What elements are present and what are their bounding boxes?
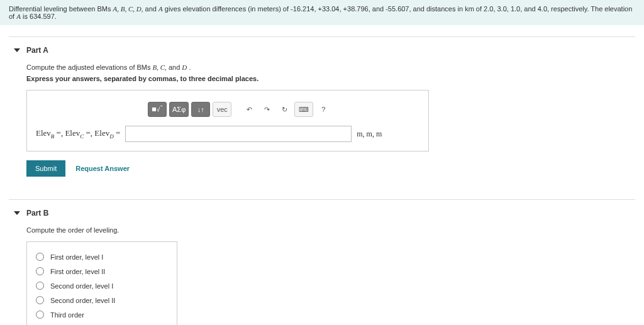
- radio-input[interactable]: [36, 267, 44, 275]
- arrows-button[interactable]: ↓↑: [191, 102, 210, 117]
- greek-button[interactable]: ΑΣφ: [169, 102, 189, 117]
- radio-label: First order, level II: [50, 268, 105, 275]
- radio-option[interactable]: Third order: [36, 307, 168, 322]
- answer-input-a[interactable]: [125, 126, 352, 142]
- problem-suffix: is 634.597.: [23, 13, 57, 20]
- answer-label: ElevB =, ElevC =, ElevD =: [36, 128, 120, 140]
- part-b-title: Part B: [26, 209, 48, 218]
- radio-input[interactable]: [36, 253, 44, 261]
- part-a-instruction-1: Compute the adjusted elevations of BMs B…: [26, 63, 635, 71]
- radio-input[interactable]: [36, 282, 44, 290]
- radio-box-b: First order, level I First order, level …: [26, 241, 177, 325]
- problem-statement: Differential leveling between BMs A, B, …: [0, 0, 644, 25]
- radio-label: Second order, level II: [50, 297, 115, 304]
- answer-box-a: √ ΑΣφ ↓↑ vec ↶ ↷ ↻ ⌨ ? ElevB =, ElevC =,…: [26, 90, 429, 151]
- radio-option[interactable]: Second order, level I: [36, 278, 168, 293]
- part-b-header[interactable]: Part B: [14, 209, 635, 218]
- collapse-icon: [14, 211, 20, 215]
- part-a-header[interactable]: Part A: [14, 46, 635, 55]
- radio-option[interactable]: First order, level I: [36, 250, 168, 264]
- problem-bm-ref: A: [16, 13, 21, 20]
- undo-button[interactable]: ↶: [242, 102, 257, 117]
- problem-bms: A, B, C, D,: [113, 5, 143, 13]
- radio-input[interactable]: [36, 311, 44, 319]
- radio-input[interactable]: [36, 296, 44, 304]
- help-button[interactable]: ?: [316, 102, 331, 117]
- radio-label: Third order: [50, 311, 84, 319]
- keyboard-icon: ⌨: [299, 106, 309, 114]
- radio-option[interactable]: First order, level II: [36, 264, 168, 278]
- template-icon: √: [152, 106, 162, 113]
- part-b: Part B Compute the order of leveling. Fi…: [9, 200, 635, 325]
- redo-button[interactable]: ↷: [259, 102, 274, 117]
- collapse-icon: [14, 48, 20, 52]
- submit-button-a[interactable]: Submit: [26, 160, 65, 177]
- input-row-a: ElevB =, ElevC =, ElevD = m, m, m: [36, 126, 419, 142]
- template-button[interactable]: √: [148, 102, 167, 117]
- help-icon: ?: [321, 106, 325, 113]
- unit-label: m, m, m: [357, 129, 382, 139]
- redo-icon: ↷: [264, 106, 270, 114]
- vec-button[interactable]: vec: [213, 102, 231, 117]
- part-a-instruction-2: Express your answers, separated by comma…: [26, 75, 635, 82]
- undo-icon: ↶: [247, 106, 252, 114]
- request-answer-a[interactable]: Request Answer: [75, 165, 130, 172]
- radio-option[interactable]: Second order, level II: [36, 293, 168, 307]
- keyboard-button[interactable]: ⌨: [294, 102, 313, 117]
- problem-text-prefix: Differential leveling between BMs: [9, 5, 113, 13]
- part-a-title: Part A: [26, 46, 48, 55]
- part-a: Part A Compute the adjusted elevations o…: [9, 37, 635, 188]
- reset-button[interactable]: ↻: [277, 102, 292, 117]
- equation-toolbar: √ ΑΣφ ↓↑ vec ↶ ↷ ↻ ⌨ ?: [148, 102, 419, 117]
- radio-label: Second order, level I: [50, 282, 113, 290]
- problem-mid1: and: [145, 5, 158, 13]
- submit-row-a: Submit Request Answer: [26, 160, 635, 177]
- reset-icon: ↻: [282, 106, 287, 114]
- part-b-instruction: Compute the order of leveling.: [26, 226, 635, 234]
- radio-label: First order, level I: [50, 253, 103, 261]
- problem-bm-last: A: [158, 5, 163, 13]
